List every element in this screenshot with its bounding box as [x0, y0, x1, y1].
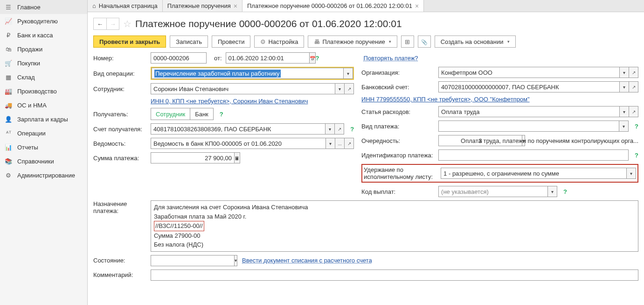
help-icon[interactable]: ?	[635, 152, 638, 159]
order-label: Очередность:	[361, 137, 435, 144]
dropdown-button[interactable]: ▾	[325, 123, 335, 135]
sheet-field[interactable]	[151, 138, 326, 149]
gear-icon	[260, 38, 266, 45]
expense-label: Статья расходов:	[361, 108, 435, 115]
help-icon[interactable]: ?	[316, 55, 319, 62]
boxes-icon: ▦	[5, 73, 12, 81]
more-button[interactable]: ...	[335, 138, 345, 149]
status-field[interactable]	[151, 255, 235, 266]
sidebar-item-4[interactable]: 🛒Покупки	[0, 56, 87, 70]
status-link[interactable]: Ввести документ списания с расчетного сч…	[242, 257, 372, 264]
favorite-star-icon[interactable]: ☆	[123, 18, 132, 29]
toggle-bank[interactable]: Банк	[190, 108, 213, 120]
sidebar-item-3[interactable]: 🛍Продажи	[0, 42, 87, 56]
dropdown-button[interactable]: ▾	[335, 83, 345, 94]
comment-field[interactable]	[151, 270, 638, 281]
withholding-field[interactable]	[441, 168, 627, 179]
forward-button[interactable]: →	[106, 18, 119, 30]
operation-select[interactable]: Перечисление заработной платы работнику	[152, 68, 344, 79]
open-button[interactable]: ↗	[629, 67, 638, 78]
open-button[interactable]: ↗	[335, 123, 344, 135]
sidebar-item-11[interactable]: 📚Справочники	[0, 154, 87, 168]
factory-icon: 🏭	[5, 87, 12, 95]
payment-type-field[interactable]	[438, 121, 619, 132]
bank-account-field[interactable]	[438, 81, 620, 92]
toggle-employee[interactable]: Сотрудник	[151, 108, 190, 120]
tab-payment-order[interactable]: Платежное поручение 0000-000206 от 01.06…	[242, 0, 424, 12]
calendar-button[interactable]	[310, 52, 316, 64]
attach-button[interactable]	[418, 35, 431, 48]
sidebar-item-6[interactable]: 🏭Производство	[0, 84, 87, 98]
identifier-field[interactable]	[438, 149, 629, 161]
org-label: Организация:	[361, 69, 435, 76]
home-icon: ⌂	[92, 2, 96, 9]
dropdown-button[interactable]: ▾	[627, 168, 636, 179]
sidebar-item-9[interactable]: ᴬᵀОперации	[0, 126, 87, 140]
create-based-button[interactable]: Создать на основании▾	[435, 35, 516, 48]
open-button[interactable]: ↗	[345, 138, 354, 149]
dropdown-button[interactable]: ▾	[548, 186, 557, 197]
settings-button[interactable]: Настройка	[254, 35, 304, 48]
sidebar-item-12[interactable]: ⚙Администрирование	[0, 168, 87, 182]
help-icon[interactable]: ?	[563, 188, 567, 195]
sidebar-item-label: Продажи	[17, 46, 42, 53]
dropdown-button[interactable]: ▾	[326, 138, 335, 149]
sidebar-item-2[interactable]: ₽Банк и касса	[0, 28, 87, 42]
sidebar-item-0[interactable]: ☰Главное	[0, 0, 87, 14]
sidebar-item-1[interactable]: 📈Руководителю	[0, 14, 87, 28]
sidebar-item-label: Склад	[17, 74, 35, 81]
purpose-textarea[interactable]: Для зачисления на счет Сорокина Ивана Ст…	[151, 200, 638, 252]
vzs-highlight: //ВЗС//11250-00//	[154, 221, 204, 231]
open-button[interactable]: ↗	[345, 83, 354, 94]
expense-field[interactable]	[438, 106, 620, 117]
calculator-button[interactable]	[235, 152, 240, 163]
amount-field[interactable]	[151, 152, 235, 163]
number-field[interactable]	[151, 52, 207, 64]
ruble-icon: ₽	[5, 31, 12, 39]
close-icon[interactable]: ×	[234, 2, 237, 10]
purpose-label: Назначение платежа:	[93, 200, 147, 214]
dropdown-button[interactable]: ▾	[344, 68, 353, 79]
open-button[interactable]: ↗	[629, 106, 638, 117]
dropdown-button[interactable]: ▾	[620, 106, 629, 117]
recipient-account-label: Счет получателя:	[93, 126, 147, 133]
sidebar-item-5[interactable]: ▦Склад	[0, 70, 87, 84]
employee-field[interactable]	[151, 83, 335, 94]
help-icon[interactable]: ?	[635, 123, 638, 130]
save-button[interactable]: Записать	[170, 35, 208, 48]
help-icon[interactable]: ?	[350, 126, 354, 133]
payout-code-label: Код выплат:	[361, 188, 435, 195]
inn-link[interactable]: ИНН 0, КПП <не требуется>, Сорокин Иван …	[151, 98, 308, 105]
dropdown-button[interactable]: ▾	[235, 255, 237, 266]
sidebar-item-8[interactable]: 👤Зарплата и кадры	[0, 112, 87, 126]
print-button[interactable]: Платежное поручение▾	[308, 35, 397, 48]
sidebar-item-10[interactable]: 📊Отчеты	[0, 140, 87, 154]
structure-button[interactable]	[401, 35, 414, 48]
amount-label: Сумма платежа:	[93, 155, 147, 162]
open-button[interactable]: ↗	[629, 81, 638, 92]
close-icon[interactable]: ×	[415, 2, 419, 10]
sidebar-item-7[interactable]: 🚚ОС и НМА	[0, 98, 87, 112]
back-button[interactable]: ←	[93, 18, 106, 30]
dropdown-button[interactable]: ▾	[620, 81, 629, 92]
tab-payments[interactable]: Платежные поручения ×	[163, 0, 242, 12]
payout-code-field[interactable]	[438, 186, 548, 197]
dropdown-button[interactable]: ▾	[620, 67, 629, 78]
print-icon	[314, 38, 320, 45]
recipient-account-field[interactable]	[151, 123, 325, 135]
sidebar-item-label: Отчеты	[17, 144, 38, 151]
sidebar-item-label: Операции	[17, 130, 46, 137]
dropdown-button[interactable]: ▾	[619, 121, 629, 132]
process-button[interactable]: Провести	[212, 35, 251, 48]
sidebar-item-label: Руководителю	[17, 18, 58, 25]
calendar-icon	[310, 55, 315, 62]
operation-label: Вид операции:	[93, 70, 147, 77]
help-icon[interactable]: ?	[220, 111, 223, 118]
process-and-close-button[interactable]: Провести и закрыть	[93, 35, 166, 48]
org-field[interactable]	[438, 67, 620, 78]
repeat-link[interactable]: Повторять платеж?	[363, 55, 418, 62]
inn-link[interactable]: ИНН 7799555550, КПП <не требуется>, ООО …	[361, 96, 530, 103]
date-field[interactable]	[226, 52, 310, 64]
tab-home[interactable]: ⌂ Начальная страница	[88, 0, 163, 12]
sidebar-item-label: ОС и НМА	[17, 102, 47, 109]
